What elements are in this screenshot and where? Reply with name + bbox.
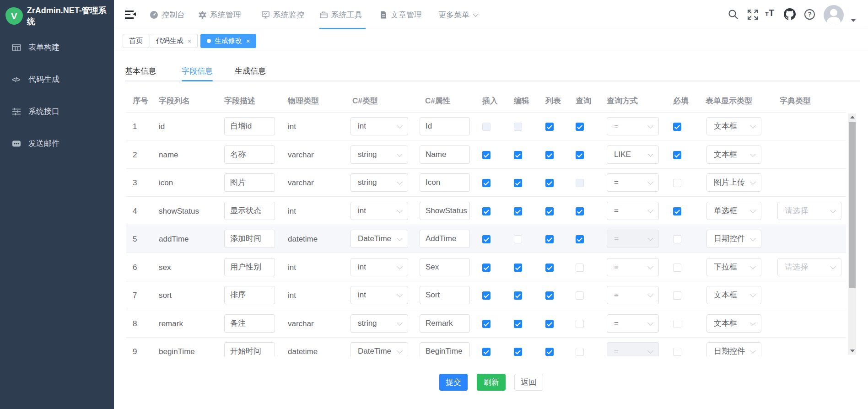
fullscreen-icon[interactable]: [747, 9, 759, 21]
query-mode-select[interactable]: LIKE: [607, 145, 659, 164]
page-tab-home[interactable]: 首页: [123, 34, 149, 48]
cs-type-select[interactable]: string: [350, 145, 408, 164]
field-description-input[interactable]: 图片: [224, 173, 275, 192]
list-checkbox[interactable]: [545, 348, 554, 356]
avatar-dropdown-caret[interactable]: [851, 19, 856, 22]
refresh-button[interactable]: 刷新: [477, 374, 506, 391]
avatar[interactable]: [824, 5, 844, 25]
scroll-up-button[interactable]: [848, 113, 856, 121]
required-checkbox[interactable]: [673, 123, 681, 131]
edit-checkbox[interactable]: [514, 123, 522, 131]
topnav-item-system-monitor[interactable]: 系统监控: [261, 0, 304, 29]
sidebar-item-code-generator[interactable]: </> 代码生成: [0, 64, 114, 96]
dict-type-select[interactable]: 请选择: [777, 202, 841, 220]
query-checkbox[interactable]: [576, 235, 584, 243]
sidebar-item-form-builder[interactable]: 表单构建: [0, 32, 114, 64]
collapse-menu-icon[interactable]: [125, 10, 136, 20]
insert-checkbox[interactable]: [482, 348, 491, 356]
insert-checkbox[interactable]: [482, 179, 491, 187]
sidebar-item-system-api[interactable]: 系统接口: [0, 96, 114, 128]
query-mode-select[interactable]: =: [607, 117, 659, 135]
edit-checkbox[interactable]: [514, 320, 522, 328]
insert-checkbox[interactable]: [482, 235, 491, 243]
scrollbar-thumb[interactable]: [849, 122, 856, 288]
list-checkbox[interactable]: [545, 291, 554, 300]
cs-property-input[interactable]: Remark: [420, 314, 470, 333]
field-description-input[interactable]: 开始时间: [224, 342, 275, 356]
required-checkbox[interactable]: [673, 179, 681, 187]
back-button[interactable]: 返回: [514, 374, 543, 391]
required-checkbox[interactable]: [673, 151, 681, 159]
field-description-input[interactable]: 排序: [224, 286, 275, 304]
display-type-select[interactable]: 文本框: [706, 117, 761, 135]
display-type-select[interactable]: 文本框: [706, 314, 761, 333]
github-icon[interactable]: [784, 8, 796, 20]
list-checkbox[interactable]: [545, 207, 554, 215]
cs-property-input[interactable]: Name: [420, 145, 470, 164]
topnav-item-system-tools[interactable]: 系统工具: [319, 0, 362, 29]
cs-property-input[interactable]: Sex: [420, 258, 470, 276]
query-mode-select[interactable]: =: [607, 314, 659, 333]
app-logo-row[interactable]: V ZrAdmin.NET-管理系统: [0, 0, 114, 32]
close-icon[interactable]: ×: [246, 38, 250, 45]
required-checkbox[interactable]: [673, 348, 681, 356]
query-checkbox[interactable]: [576, 320, 584, 328]
page-tab-code-generation[interactable]: 代码生成 ×: [150, 34, 198, 48]
edit-checkbox[interactable]: [514, 264, 522, 272]
required-checkbox[interactable]: [673, 207, 681, 215]
cs-type-select[interactable]: int: [350, 202, 408, 220]
insert-checkbox[interactable]: [482, 320, 491, 328]
close-icon[interactable]: ×: [188, 38, 191, 45]
query-mode-select[interactable]: =: [607, 286, 659, 304]
list-checkbox[interactable]: [545, 264, 554, 272]
vertical-scrollbar[interactable]: [848, 113, 856, 355]
cs-type-select[interactable]: int: [350, 258, 408, 276]
cs-type-select[interactable]: DateTime: [350, 342, 408, 356]
topnav-item-console[interactable]: 控制台: [150, 0, 185, 29]
list-checkbox[interactable]: [545, 320, 554, 328]
display-type-select[interactable]: 日期控件: [706, 342, 761, 356]
field-description-input[interactable]: 添加时间: [224, 230, 275, 248]
field-description-input[interactable]: 用户性别: [224, 258, 275, 276]
insert-checkbox[interactable]: [482, 264, 491, 272]
cs-property-input[interactable]: Icon: [420, 173, 470, 192]
sidebar-item-send-mail[interactable]: 发送邮件: [0, 128, 114, 160]
display-type-select[interactable]: 日期控件: [706, 230, 761, 248]
insert-checkbox[interactable]: [482, 207, 491, 215]
page-tab-generate-edit[interactable]: 生成修改 ×: [200, 34, 256, 48]
cs-type-select[interactable]: int: [350, 286, 408, 304]
edit-checkbox[interactable]: [514, 207, 522, 215]
display-type-select[interactable]: 图片上传: [706, 173, 761, 192]
field-description-input[interactable]: 备注: [224, 314, 275, 333]
query-mode-select[interactable]: =: [607, 173, 659, 192]
required-checkbox[interactable]: [673, 235, 681, 243]
list-checkbox[interactable]: [545, 179, 554, 187]
query-mode-select[interactable]: =: [607, 230, 659, 248]
topnav-item-system-management[interactable]: 系统管理: [198, 0, 241, 29]
query-checkbox[interactable]: [576, 123, 584, 131]
edit-checkbox[interactable]: [514, 348, 522, 356]
list-checkbox[interactable]: [545, 123, 554, 131]
field-description-input[interactable]: 显示状态: [224, 202, 275, 220]
query-checkbox[interactable]: [576, 264, 584, 272]
cs-type-select[interactable]: DateTime: [350, 230, 408, 248]
scroll-down-button[interactable]: [848, 347, 856, 355]
cs-type-select[interactable]: string: [350, 173, 408, 192]
display-type-select[interactable]: 单选框: [706, 202, 761, 220]
font-size-icon[interactable]: TT: [765, 8, 777, 20]
query-mode-select[interactable]: =: [607, 258, 659, 276]
dict-type-select[interactable]: 请选择: [777, 258, 841, 276]
edit-checkbox[interactable]: [514, 151, 522, 159]
tab-field-info[interactable]: 字段信息: [182, 65, 213, 77]
help-icon[interactable]: ?: [804, 9, 816, 21]
insert-checkbox[interactable]: [482, 151, 491, 159]
list-checkbox[interactable]: [545, 151, 554, 159]
insert-checkbox[interactable]: [482, 123, 491, 131]
edit-checkbox[interactable]: [514, 235, 522, 243]
topnav-item-article-management[interactable]: 文章管理: [379, 0, 422, 29]
cs-type-select[interactable]: int: [350, 117, 408, 135]
display-type-select[interactable]: 下拉框: [706, 258, 761, 276]
query-checkbox[interactable]: [576, 151, 584, 159]
tab-basic-info[interactable]: 基本信息: [125, 65, 156, 77]
edit-checkbox[interactable]: [514, 291, 522, 300]
